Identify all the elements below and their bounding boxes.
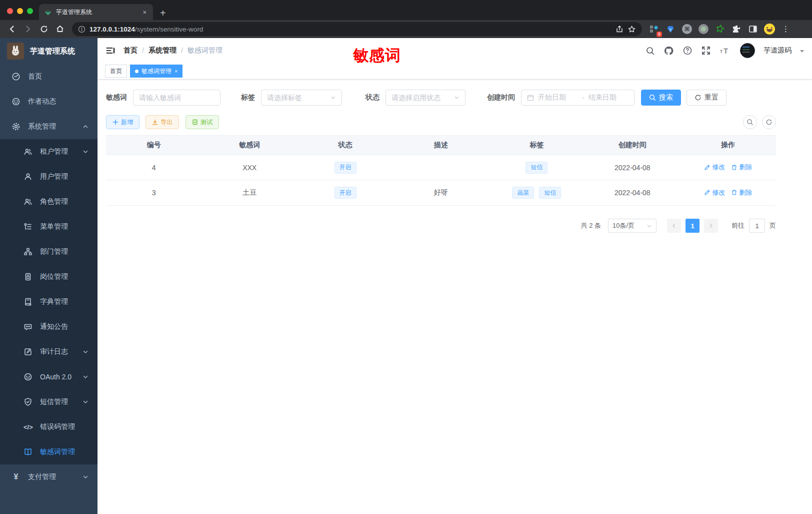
sidebar-item-department[interactable]: 部门管理 xyxy=(0,239,98,264)
document-check-icon xyxy=(192,119,198,125)
tenant-icon xyxy=(24,147,32,156)
goto-page-input[interactable] xyxy=(749,219,765,233)
collapse-sidebar-icon[interactable] xyxy=(106,46,116,56)
date-range-picker[interactable]: 开始日期 - 结束日期 xyxy=(521,90,634,106)
search-button[interactable]: 搜索 xyxy=(641,90,681,106)
sidebar-item-menu[interactable]: 菜单管理 xyxy=(0,214,98,239)
cell-create-time: 2022-04-08 xyxy=(584,184,680,202)
search-icon[interactable] xyxy=(646,46,655,56)
edit-pen-icon xyxy=(704,164,710,171)
tag-select[interactable] xyxy=(261,90,342,106)
tab-close-icon[interactable]: × xyxy=(174,68,178,74)
extension-gem-icon[interactable] xyxy=(664,23,676,35)
bookmark-star-icon[interactable] xyxy=(628,25,636,34)
active-tab-dot xyxy=(135,70,138,73)
view-tab-sensitive-word[interactable]: 敏感词管理 × xyxy=(130,65,182,78)
sidebar-item-sms[interactable]: 短信管理 xyxy=(0,389,98,414)
trash-icon xyxy=(731,189,738,196)
delete-link[interactable]: 删除 xyxy=(731,188,752,197)
browser-tab-strip: 芋道管理系统 × + xyxy=(0,0,812,20)
chevron-down-icon xyxy=(82,474,88,480)
test-button[interactable]: 测试 xyxy=(186,115,219,129)
window-zoom-button[interactable] xyxy=(27,8,33,14)
extensions-puzzle-icon[interactable] xyxy=(730,23,742,35)
url-text[interactable]: 127.0.0.1:1024/system/sensitive-word xyxy=(90,26,612,33)
sidebar-item-tenant[interactable]: 租户管理 xyxy=(0,139,98,164)
status-select[interactable] xyxy=(386,90,466,106)
home-icon[interactable] xyxy=(53,22,67,36)
breadcrumb: 首页 / 系统管理 / 敏感词管理 xyxy=(124,46,222,55)
reset-button[interactable]: 重置 xyxy=(686,90,726,106)
extension-badge: 9 xyxy=(656,32,662,37)
edit-link[interactable]: 修改 xyxy=(704,188,725,197)
extension-star-icon[interactable] xyxy=(714,23,726,35)
user-avatar[interactable] xyxy=(740,43,755,58)
sidebar-item-dictionary[interactable]: 字典管理 xyxy=(0,289,98,314)
keyword-input[interactable] xyxy=(139,94,214,102)
prev-page-button[interactable] xyxy=(667,219,681,233)
sidebar-item-author-news[interactable]: 作者动态 xyxy=(0,89,98,114)
sidebar-item-system[interactable]: 系统管理 xyxy=(0,114,98,139)
extension-command-icon[interactable]: ⌘ xyxy=(681,23,693,35)
breadcrumb-system[interactable]: 系统管理 xyxy=(148,46,176,55)
user-menu-caret-icon[interactable] xyxy=(800,50,804,53)
sidebar-item-payment[interactable]: ¥ 支付管理 xyxy=(0,464,98,489)
page-size-select[interactable]: 10条/页 xyxy=(608,219,656,233)
extension-dot-icon[interactable] xyxy=(698,23,710,35)
reload-icon[interactable] xyxy=(37,22,51,36)
role-icon xyxy=(24,197,32,206)
sidebar-item-oauth[interactable]: OAuth 2.0 xyxy=(0,364,98,389)
sidebar-item-role[interactable]: 角色管理 xyxy=(0,189,98,214)
browser-menu-icon[interactable]: ⋮ xyxy=(782,25,790,34)
export-button[interactable]: 导出 xyxy=(146,115,179,129)
next-page-button[interactable] xyxy=(704,219,718,233)
new-tab-button[interactable]: + xyxy=(160,8,166,18)
sidebar-item-sensitive-word[interactable]: 敏感词管理 xyxy=(0,439,98,464)
tag-badge: 短信 xyxy=(539,187,561,199)
side-panel-icon[interactable] xyxy=(747,23,759,35)
add-button[interactable]: 新增 xyxy=(106,115,140,129)
window-close-button[interactable] xyxy=(7,8,13,14)
help-icon[interactable] xyxy=(682,46,692,56)
status-label: 状态 xyxy=(366,93,380,102)
back-icon[interactable] xyxy=(5,22,19,36)
dashboard-icon xyxy=(12,72,20,81)
view-tab-home[interactable]: 首页 xyxy=(105,65,127,78)
sidebar-item-notice[interactable]: 通知公告 xyxy=(0,314,98,339)
show-search-toggle-button[interactable] xyxy=(743,115,757,129)
delete-link[interactable]: 删除 xyxy=(731,163,752,172)
chevron-down-icon xyxy=(454,95,460,101)
browser-tab[interactable]: 芋道管理系统 × xyxy=(39,4,153,20)
sidebar-item-post[interactable]: 岗位管理 xyxy=(0,264,98,289)
sidebar-item-error-code[interactable]: </> 错误码管理 xyxy=(0,414,98,439)
table-header-row: 编号 敏感词 状态 描述 标签 创建时间 操作 xyxy=(106,135,776,155)
sidebar-item-user[interactable]: 用户管理 xyxy=(0,164,98,189)
window-minimize-button[interactable] xyxy=(17,8,23,14)
tab-close-icon[interactable]: × xyxy=(141,9,148,16)
profile-avatar-icon[interactable] xyxy=(764,23,776,35)
address-bar[interactable]: 127.0.0.1:1024/system/sensitive-word xyxy=(72,22,642,36)
app-logo-row[interactable]: 芋道管理系统 xyxy=(0,38,98,64)
column-header: 创建时间 xyxy=(584,136,680,155)
search-icon xyxy=(649,94,656,101)
refresh-table-button[interactable] xyxy=(762,115,776,129)
refresh-icon xyxy=(766,119,772,126)
edit-link[interactable]: 修改 xyxy=(704,163,725,172)
page-number-button[interactable]: 1 xyxy=(686,219,700,233)
breadcrumb-home[interactable]: 首页 xyxy=(124,46,138,55)
font-size-icon[interactable]: тT xyxy=(720,46,732,55)
github-icon[interactable] xyxy=(664,46,674,56)
calendar-icon xyxy=(527,94,534,101)
tag-label: 标签 xyxy=(241,93,255,102)
fullscreen-icon[interactable] xyxy=(701,46,711,56)
share-icon[interactable] xyxy=(616,25,624,33)
error-code-icon: </> xyxy=(24,423,32,431)
sidebar-item-audit-log[interactable]: 审计日志 xyxy=(0,339,98,364)
extension-grid-icon[interactable]: 9 xyxy=(648,23,660,35)
site-info-icon[interactable] xyxy=(78,26,86,33)
chevron-down-icon xyxy=(82,349,88,355)
sidebar-item-home[interactable]: 首页 xyxy=(0,64,98,89)
user-name[interactable]: 芋道源码 xyxy=(764,46,792,55)
department-icon xyxy=(24,247,32,256)
forward-icon[interactable] xyxy=(21,22,35,36)
